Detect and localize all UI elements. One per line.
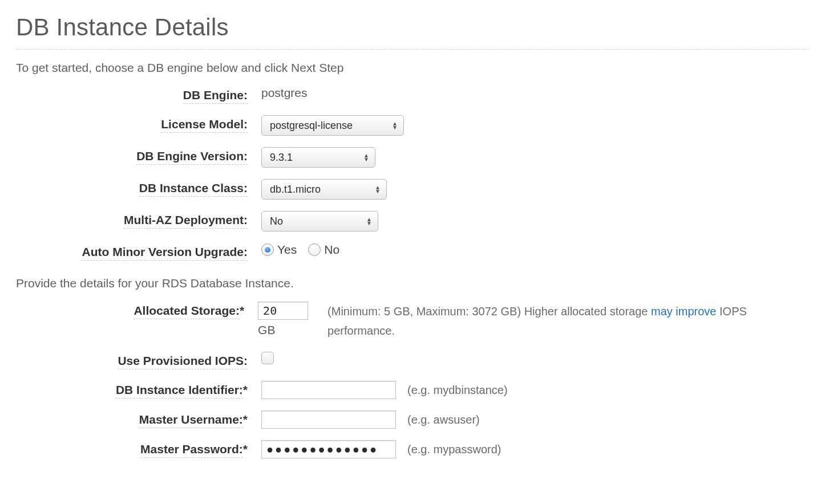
value-license-model: postgresql-license ▲▼	[261, 115, 404, 136]
value-use-iops	[261, 352, 274, 364]
value-instance-identifier: (e.g. mydbinstance)	[261, 381, 508, 399]
row-engine-version: DB Engine Version: 9.3.1 ▲▼	[16, 147, 809, 168]
master-username-hint: (e.g. awsuser)	[407, 413, 480, 426]
value-multi-az: No ▲▼	[261, 211, 378, 231]
page-title: DB Instance Details	[16, 14, 809, 41]
radio-checked-icon	[261, 243, 274, 256]
auto-minor-upgrade-yes[interactable]: Yes	[261, 243, 297, 257]
master-username-input[interactable]	[261, 410, 396, 429]
instance-identifier-hint: (e.g. mydbinstance)	[407, 384, 508, 397]
allocated-storage-hint: (Minimum: 5 GB, Maximum: 3072 GB) Higher…	[327, 302, 809, 340]
row-use-iops: Use Provisioned IOPS:	[16, 352, 809, 369]
allocated-storage-unit: GB	[258, 323, 275, 337]
allocated-storage-input[interactable]	[258, 302, 308, 320]
row-license-model: License Model: postgresql-license ▲▼	[16, 115, 809, 136]
label-db-engine: DB Engine:	[16, 86, 261, 104]
may-improve-link[interactable]: may improve	[651, 305, 716, 318]
row-instance-identifier: DB Instance Identifier:* (e.g. mydbinsta…	[16, 381, 809, 399]
db-engine-value: postgres	[261, 86, 308, 100]
row-master-password: Master Password:* (e.g. mypassword)	[16, 440, 809, 458]
label-master-password: Master Password:*	[16, 440, 261, 458]
chevron-updown-icon: ▲▼	[392, 121, 398, 129]
value-master-password: (e.g. mypassword)	[261, 440, 502, 458]
label-instance-identifier: DB Instance Identifier:*	[16, 381, 261, 399]
row-auto-minor-upgrade: Auto Minor Version Upgrade: Yes No	[16, 243, 809, 261]
title-divider	[16, 49, 809, 50]
label-auto-minor-upgrade: Auto Minor Version Upgrade:	[16, 243, 261, 261]
value-engine-version: 9.3.1 ▲▼	[261, 147, 375, 168]
value-auto-minor-upgrade: Yes No	[261, 243, 347, 257]
row-master-username: Master Username:* (e.g. awsuser)	[16, 410, 809, 429]
value-db-engine: postgres	[261, 86, 308, 100]
label-instance-class: DB Instance Class:	[16, 179, 261, 197]
auto-minor-upgrade-radio-group: Yes No	[261, 243, 347, 257]
value-instance-class: db.t1.micro ▲▼	[261, 179, 387, 200]
master-password-hint: (e.g. mypassword)	[407, 443, 502, 456]
row-instance-class: DB Instance Class: db.t1.micro ▲▼	[16, 179, 809, 200]
row-db-engine: DB Engine: postgres	[16, 86, 809, 104]
instruction-engine: To get started, choose a DB engine below…	[16, 61, 809, 75]
use-iops-checkbox[interactable]	[261, 352, 274, 364]
multi-az-select[interactable]: No ▲▼	[261, 211, 378, 231]
label-engine-version: DB Engine Version:	[16, 147, 261, 165]
db-instance-details-page: DB Instance Details To get started, choo…	[0, 0, 825, 483]
label-master-username: Master Username:*	[16, 410, 261, 428]
chevron-updown-icon: ▲▼	[366, 217, 372, 225]
details-form: Allocated Storage:* GB (Minimum: 5 GB, M…	[16, 302, 809, 458]
value-allocated-storage: GB (Minimum: 5 GB, Maximum: 3072 GB) Hig…	[258, 302, 809, 340]
row-multi-az: Multi-AZ Deployment: No ▲▼	[16, 211, 809, 231]
instance-identifier-input[interactable]	[261, 381, 396, 399]
license-model-select[interactable]: postgresql-license ▲▼	[261, 115, 404, 136]
engine-form: DB Engine: postgres License Model: postg…	[16, 86, 809, 261]
engine-version-select[interactable]: 9.3.1 ▲▼	[261, 147, 375, 168]
label-use-iops: Use Provisioned IOPS:	[16, 352, 261, 369]
radio-unchecked-icon	[308, 243, 321, 256]
value-master-username: (e.g. awsuser)	[261, 410, 480, 429]
label-allocated-storage: Allocated Storage:*	[16, 302, 258, 319]
label-license-model: License Model:	[16, 115, 261, 133]
master-password-input[interactable]	[261, 440, 396, 458]
auto-minor-upgrade-no[interactable]: No	[308, 243, 339, 257]
chevron-updown-icon: ▲▼	[363, 153, 369, 161]
row-allocated-storage: Allocated Storage:* GB (Minimum: 5 GB, M…	[16, 302, 809, 340]
chevron-updown-icon: ▲▼	[375, 185, 381, 193]
instance-class-select[interactable]: db.t1.micro ▲▼	[261, 179, 387, 200]
instruction-details: Provide the details for your RDS Databas…	[16, 277, 809, 290]
label-multi-az: Multi-AZ Deployment:	[16, 211, 261, 229]
